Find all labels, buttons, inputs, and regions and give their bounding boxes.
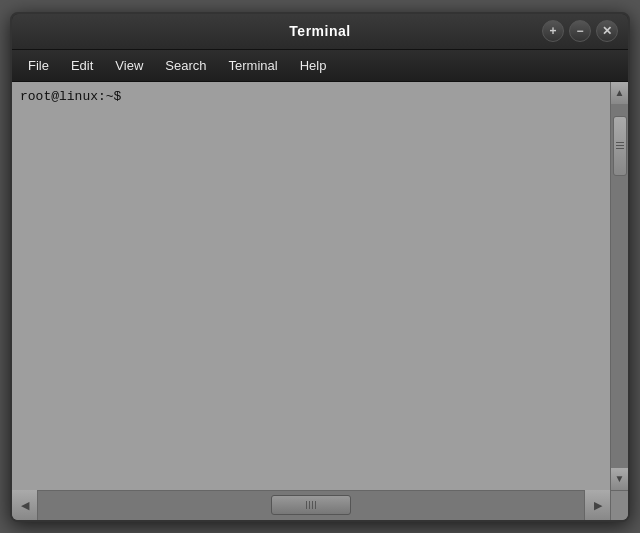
close-button[interactable]: ✕ bbox=[596, 20, 618, 42]
scroll-right-arrow[interactable]: ▶ bbox=[584, 490, 610, 520]
window-controls: + − ✕ bbox=[542, 20, 618, 42]
menu-view[interactable]: View bbox=[105, 55, 153, 76]
scroll-grip-horizontal bbox=[306, 501, 316, 509]
scrollbar-vertical: ▲ ▼ bbox=[610, 82, 628, 490]
grip-h-3 bbox=[312, 501, 313, 509]
window-title: Terminal bbox=[289, 23, 350, 39]
menu-help[interactable]: Help bbox=[290, 55, 337, 76]
menu-terminal[interactable]: Terminal bbox=[219, 55, 288, 76]
grip-h-4 bbox=[315, 501, 316, 509]
scroll-left-arrow[interactable]: ◀ bbox=[12, 490, 38, 520]
scroll-thumb-vertical[interactable] bbox=[613, 116, 627, 176]
grip-line-2 bbox=[616, 145, 624, 146]
grip-h-2 bbox=[309, 501, 310, 509]
scroll-thumb-horizontal[interactable] bbox=[271, 495, 351, 515]
grip-h-1 bbox=[306, 501, 307, 509]
menu-edit[interactable]: Edit bbox=[61, 55, 103, 76]
minimize-button[interactable]: − bbox=[569, 20, 591, 42]
scroll-corner bbox=[610, 490, 628, 520]
grip-line-3 bbox=[616, 148, 624, 149]
title-bar: Terminal + − ✕ bbox=[12, 14, 628, 50]
terminal-prompt: root@linux:~$ bbox=[20, 88, 602, 106]
scroll-track-vertical[interactable] bbox=[611, 104, 628, 468]
menu-file[interactable]: File bbox=[18, 55, 59, 76]
scroll-track-horizontal[interactable] bbox=[38, 491, 584, 520]
menu-search[interactable]: Search bbox=[155, 55, 216, 76]
terminal-body: root@linux:~$ ▲ ▼ bbox=[12, 82, 628, 490]
bottom-bar: ◀ ▶ bbox=[12, 490, 628, 520]
menu-bar: File Edit View Search Terminal Help bbox=[12, 50, 628, 82]
scroll-down-arrow[interactable]: ▼ bbox=[611, 468, 629, 490]
terminal-content[interactable]: root@linux:~$ bbox=[12, 82, 610, 490]
scroll-grip-vertical bbox=[616, 142, 624, 149]
scroll-up-arrow[interactable]: ▲ bbox=[611, 82, 629, 104]
grip-line-1 bbox=[616, 142, 624, 143]
add-button[interactable]: + bbox=[542, 20, 564, 42]
terminal-window: Terminal + − ✕ File Edit View Search Ter… bbox=[10, 12, 630, 522]
